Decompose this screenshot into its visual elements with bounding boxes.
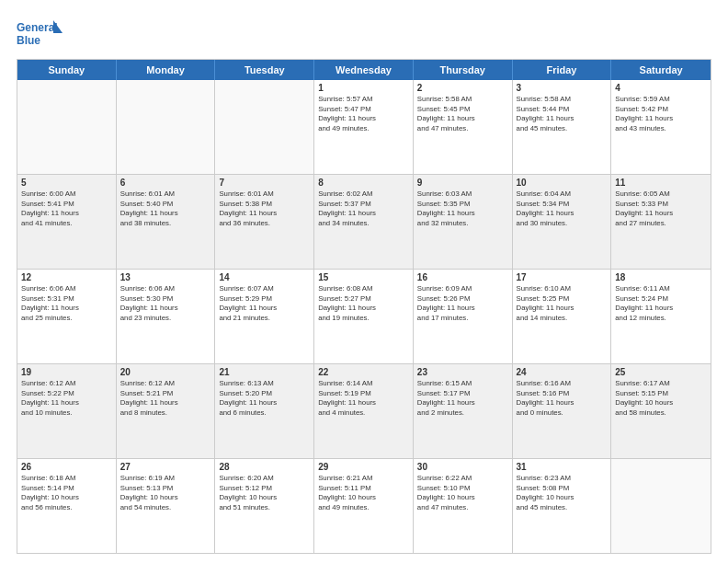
day-number: 30	[417, 462, 508, 472]
calendar-cell: 18Sunrise: 6:11 AM Sunset: 5:24 PM Dayli…	[611, 270, 711, 363]
day-number: 12	[21, 272, 112, 282]
svg-text:General: General	[17, 21, 58, 34]
day-number: 28	[219, 462, 310, 472]
day-number: 6	[120, 178, 211, 188]
calendar-cell: 3Sunrise: 5:58 AM Sunset: 5:44 PM Daylig…	[513, 80, 612, 174]
day-number: 15	[318, 272, 409, 282]
day-info: Sunrise: 6:06 AM Sunset: 5:31 PM Dayligh…	[21, 284, 112, 323]
cal-header-thursday: Thursday	[414, 60, 513, 80]
calendar-cell: 25Sunrise: 6:17 AM Sunset: 5:15 PM Dayli…	[611, 364, 711, 458]
day-info: Sunrise: 6:19 AM Sunset: 5:13 PM Dayligh…	[120, 474, 211, 512]
header: GeneralBlue	[17, 17, 711, 50]
calendar-cell: 4Sunrise: 5:59 AM Sunset: 5:42 PM Daylig…	[611, 80, 711, 174]
day-info: Sunrise: 6:10 AM Sunset: 5:25 PM Dayligh…	[517, 284, 608, 323]
logo-icon: GeneralBlue	[17, 17, 63, 50]
calendar-week-2: 5Sunrise: 6:00 AM Sunset: 5:41 PM Daylig…	[17, 175, 711, 270]
day-info: Sunrise: 6:12 AM Sunset: 5:21 PM Dayligh…	[120, 379, 211, 418]
calendar-cell: 20Sunrise: 6:12 AM Sunset: 5:21 PM Dayli…	[117, 364, 216, 458]
cal-header-saturday: Saturday	[611, 60, 711, 80]
cal-header-sunday: Sunday	[17, 60, 117, 80]
calendar-cell: 21Sunrise: 6:13 AM Sunset: 5:20 PM Dayli…	[215, 364, 314, 458]
day-info: Sunrise: 5:59 AM Sunset: 5:42 PM Dayligh…	[615, 95, 707, 133]
calendar-cell: 9Sunrise: 6:03 AM Sunset: 5:35 PM Daylig…	[414, 175, 513, 269]
day-number: 11	[615, 178, 707, 188]
day-number: 7	[219, 178, 310, 188]
day-number: 19	[21, 367, 112, 377]
cal-header-friday: Friday	[513, 60, 612, 80]
day-number: 17	[517, 272, 608, 282]
calendar-header-row: SundayMondayTuesdayWednesdayThursdayFrid…	[17, 60, 711, 80]
day-number: 10	[517, 178, 608, 188]
day-number: 1	[318, 83, 409, 93]
page: GeneralBlue SundayMondayTuesdayWednesday…	[0, 0, 728, 563]
day-info: Sunrise: 6:12 AM Sunset: 5:22 PM Dayligh…	[21, 379, 112, 418]
day-info: Sunrise: 6:21 AM Sunset: 5:11 PM Dayligh…	[318, 474, 409, 512]
calendar-cell: 8Sunrise: 6:02 AM Sunset: 5:37 PM Daylig…	[314, 175, 414, 269]
day-info: Sunrise: 5:57 AM Sunset: 5:47 PM Dayligh…	[318, 95, 409, 133]
day-info: Sunrise: 6:22 AM Sunset: 5:10 PM Dayligh…	[417, 474, 508, 512]
calendar-cell: 22Sunrise: 6:14 AM Sunset: 5:19 PM Dayli…	[314, 364, 414, 458]
calendar-cell: 14Sunrise: 6:07 AM Sunset: 5:29 PM Dayli…	[215, 270, 314, 363]
day-number: 24	[517, 367, 608, 377]
calendar-week-1: 1Sunrise: 5:57 AM Sunset: 5:47 PM Daylig…	[17, 80, 711, 175]
day-info: Sunrise: 6:11 AM Sunset: 5:24 PM Dayligh…	[615, 284, 707, 323]
cal-header-wednesday: Wednesday	[314, 60, 414, 80]
calendar-cell: 13Sunrise: 6:06 AM Sunset: 5:30 PM Dayli…	[117, 270, 216, 363]
day-info: Sunrise: 6:04 AM Sunset: 5:34 PM Dayligh…	[517, 190, 608, 228]
calendar-cell: 23Sunrise: 6:15 AM Sunset: 5:17 PM Dayli…	[414, 364, 513, 458]
day-number: 27	[120, 462, 211, 472]
calendar-week-5: 26Sunrise: 6:18 AM Sunset: 5:14 PM Dayli…	[17, 459, 711, 553]
day-number: 2	[417, 83, 508, 93]
calendar-cell	[117, 80, 216, 174]
day-info: Sunrise: 6:01 AM Sunset: 5:38 PM Dayligh…	[219, 190, 310, 228]
day-number: 18	[615, 272, 707, 282]
calendar-cell: 10Sunrise: 6:04 AM Sunset: 5:34 PM Dayli…	[513, 175, 612, 269]
day-number: 29	[318, 462, 409, 472]
day-info: Sunrise: 6:08 AM Sunset: 5:27 PM Dayligh…	[318, 284, 409, 323]
day-number: 31	[517, 462, 608, 472]
day-info: Sunrise: 6:14 AM Sunset: 5:19 PM Dayligh…	[318, 379, 409, 418]
day-info: Sunrise: 5:58 AM Sunset: 5:45 PM Dayligh…	[417, 95, 508, 133]
calendar-cell: 17Sunrise: 6:10 AM Sunset: 5:25 PM Dayli…	[513, 270, 612, 363]
calendar-cell: 5Sunrise: 6:00 AM Sunset: 5:41 PM Daylig…	[17, 175, 117, 269]
calendar-cell: 1Sunrise: 5:57 AM Sunset: 5:47 PM Daylig…	[314, 80, 414, 174]
calendar-week-3: 12Sunrise: 6:06 AM Sunset: 5:31 PM Dayli…	[17, 270, 711, 364]
day-info: Sunrise: 6:06 AM Sunset: 5:30 PM Dayligh…	[120, 284, 211, 323]
cal-header-tuesday: Tuesday	[215, 60, 314, 80]
day-number: 16	[417, 272, 508, 282]
day-number: 3	[517, 83, 608, 93]
calendar-cell: 11Sunrise: 6:05 AM Sunset: 5:33 PM Dayli…	[611, 175, 711, 269]
calendar-cell	[17, 80, 117, 174]
calendar-cell: 16Sunrise: 6:09 AM Sunset: 5:26 PM Dayli…	[414, 270, 513, 363]
cal-header-monday: Monday	[117, 60, 216, 80]
day-info: Sunrise: 6:09 AM Sunset: 5:26 PM Dayligh…	[417, 284, 508, 323]
calendar-cell: 24Sunrise: 6:16 AM Sunset: 5:16 PM Dayli…	[513, 364, 612, 458]
day-info: Sunrise: 6:18 AM Sunset: 5:14 PM Dayligh…	[21, 474, 112, 512]
day-info: Sunrise: 6:15 AM Sunset: 5:17 PM Dayligh…	[417, 379, 508, 418]
calendar-cell: 12Sunrise: 6:06 AM Sunset: 5:31 PM Dayli…	[17, 270, 117, 363]
day-number: 8	[318, 178, 409, 188]
day-number: 25	[615, 367, 707, 377]
day-number: 20	[120, 367, 211, 377]
calendar-cell: 6Sunrise: 6:01 AM Sunset: 5:40 PM Daylig…	[117, 175, 216, 269]
svg-marker-2	[53, 20, 63, 33]
calendar-cell: 15Sunrise: 6:08 AM Sunset: 5:27 PM Dayli…	[314, 270, 414, 363]
day-number: 23	[417, 367, 508, 377]
calendar-body: 1Sunrise: 5:57 AM Sunset: 5:47 PM Daylig…	[17, 80, 711, 553]
day-number: 13	[120, 272, 211, 282]
calendar-week-4: 19Sunrise: 6:12 AM Sunset: 5:22 PM Dayli…	[17, 364, 711, 459]
calendar-cell: 2Sunrise: 5:58 AM Sunset: 5:45 PM Daylig…	[414, 80, 513, 174]
day-info: Sunrise: 6:05 AM Sunset: 5:33 PM Dayligh…	[615, 190, 707, 228]
logo: GeneralBlue	[17, 17, 63, 50]
day-number: 5	[21, 178, 112, 188]
day-number: 21	[219, 367, 310, 377]
calendar-cell: 29Sunrise: 6:21 AM Sunset: 5:11 PM Dayli…	[314, 459, 414, 553]
day-info: Sunrise: 6:13 AM Sunset: 5:20 PM Dayligh…	[219, 379, 310, 418]
calendar: SundayMondayTuesdayWednesdayThursdayFrid…	[17, 59, 711, 554]
svg-text:Blue: Blue	[17, 34, 40, 47]
calendar-cell: 27Sunrise: 6:19 AM Sunset: 5:13 PM Dayli…	[117, 459, 216, 553]
day-number: 4	[615, 83, 707, 93]
day-number: 14	[219, 272, 310, 282]
day-info: Sunrise: 5:58 AM Sunset: 5:44 PM Dayligh…	[517, 95, 608, 133]
calendar-cell	[215, 80, 314, 174]
